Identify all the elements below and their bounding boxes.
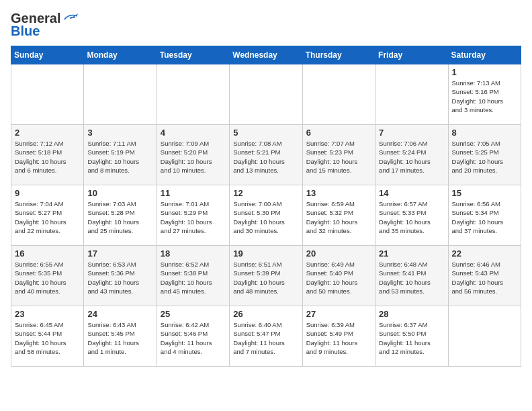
calendar-cell: 25Sunrise: 6:42 AM Sunset: 5:46 PM Dayli… (157, 306, 229, 367)
day-number: 21 (379, 248, 444, 259)
calendar-cell: 26Sunrise: 6:40 AM Sunset: 5:47 PM Dayli… (230, 306, 302, 367)
weekday-header-tuesday: Tuesday (157, 46, 229, 64)
day-info: Sunrise: 7:00 AM Sunset: 5:30 PM Dayligh… (233, 199, 298, 235)
day-info: Sunrise: 6:37 AM Sunset: 5:50 PM Dayligh… (379, 320, 444, 356)
calendar-cell (157, 64, 229, 125)
calendar-cell: 4Sunrise: 7:09 AM Sunset: 5:20 PM Daylig… (157, 125, 229, 185)
calendar-cell: 19Sunrise: 6:51 AM Sunset: 5:39 PM Dayli… (230, 246, 302, 306)
day-number: 14 (379, 188, 444, 198)
day-info: Sunrise: 6:51 AM Sunset: 5:39 PM Dayligh… (233, 260, 298, 295)
calendar-cell: 12Sunrise: 7:00 AM Sunset: 5:30 PM Dayli… (230, 185, 302, 246)
day-number: 2 (15, 128, 80, 138)
day-number: 13 (306, 188, 371, 198)
calendar-week-row: 2Sunrise: 7:12 AM Sunset: 5:18 PM Daylig… (11, 125, 521, 185)
calendar-cell (230, 64, 302, 125)
day-number: 17 (87, 248, 152, 259)
day-number: 6 (306, 128, 371, 138)
day-info: Sunrise: 7:11 AM Sunset: 5:19 PM Dayligh… (87, 139, 152, 175)
day-info: Sunrise: 6:43 AM Sunset: 5:45 PM Dayligh… (87, 320, 152, 356)
day-number: 7 (379, 128, 444, 138)
weekday-header-row: SundayMondayTuesdayWednesdayThursdayFrid… (11, 46, 521, 64)
calendar-cell: 27Sunrise: 6:39 AM Sunset: 5:49 PM Dayli… (302, 306, 375, 367)
weekday-header-saturday: Saturday (448, 46, 521, 64)
calendar-week-row: 16Sunrise: 6:55 AM Sunset: 5:35 PM Dayli… (11, 246, 521, 306)
day-number: 25 (161, 309, 226, 319)
day-info: Sunrise: 7:09 AM Sunset: 5:20 PM Dayligh… (161, 139, 226, 175)
calendar-cell: 7Sunrise: 7:06 AM Sunset: 5:24 PM Daylig… (375, 125, 448, 185)
calendar-week-row: 9Sunrise: 7:04 AM Sunset: 5:27 PM Daylig… (11, 185, 521, 246)
calendar-cell: 23Sunrise: 6:45 AM Sunset: 5:44 PM Dayli… (11, 306, 84, 367)
day-info: Sunrise: 6:56 AM Sunset: 5:34 PM Dayligh… (452, 199, 517, 235)
day-info: Sunrise: 6:48 AM Sunset: 5:41 PM Dayligh… (379, 260, 444, 295)
calendar-week-row: 1Sunrise: 7:13 AM Sunset: 5:16 PM Daylig… (11, 64, 521, 125)
weekday-header-wednesday: Wednesday (230, 46, 302, 64)
weekday-header-monday: Monday (84, 46, 157, 64)
calendar-cell: 20Sunrise: 6:49 AM Sunset: 5:40 PM Dayli… (302, 246, 375, 306)
day-info: Sunrise: 6:53 AM Sunset: 5:36 PM Dayligh… (87, 260, 152, 295)
day-number: 27 (306, 309, 371, 319)
calendar-cell: 6Sunrise: 7:07 AM Sunset: 5:23 PM Daylig… (302, 125, 375, 185)
day-info: Sunrise: 6:46 AM Sunset: 5:43 PM Dayligh… (452, 260, 517, 295)
day-info: Sunrise: 7:03 AM Sunset: 5:28 PM Dayligh… (87, 199, 152, 235)
weekday-header-sunday: Sunday (11, 46, 84, 64)
logo: General Blue (11, 11, 78, 39)
day-info: Sunrise: 7:12 AM Sunset: 5:18 PM Dayligh… (15, 139, 80, 175)
calendar-week-row: 23Sunrise: 6:45 AM Sunset: 5:44 PM Dayli… (11, 306, 521, 367)
day-info: Sunrise: 7:07 AM Sunset: 5:23 PM Dayligh… (306, 139, 371, 175)
calendar-cell: 18Sunrise: 6:52 AM Sunset: 5:38 PM Dayli… (157, 246, 229, 306)
calendar-cell: 11Sunrise: 7:01 AM Sunset: 5:29 PM Dayli… (157, 185, 229, 246)
day-number: 11 (161, 188, 226, 198)
calendar-cell: 10Sunrise: 7:03 AM Sunset: 5:28 PM Dayli… (84, 185, 157, 246)
calendar-cell: 9Sunrise: 7:04 AM Sunset: 5:27 PM Daylig… (11, 185, 84, 246)
day-info: Sunrise: 7:13 AM Sunset: 5:16 PM Dayligh… (452, 79, 517, 114)
day-info: Sunrise: 7:06 AM Sunset: 5:24 PM Dayligh… (379, 139, 444, 175)
day-info: Sunrise: 6:39 AM Sunset: 5:49 PM Dayligh… (306, 320, 371, 356)
calendar-cell: 5Sunrise: 7:08 AM Sunset: 5:21 PM Daylig… (230, 125, 302, 185)
calendar-cell: 21Sunrise: 6:48 AM Sunset: 5:41 PM Dayli… (375, 246, 448, 306)
day-info: Sunrise: 7:08 AM Sunset: 5:21 PM Dayligh… (233, 139, 298, 175)
day-info: Sunrise: 6:40 AM Sunset: 5:47 PM Dayligh… (233, 320, 298, 356)
day-number: 23 (15, 309, 80, 319)
day-info: Sunrise: 6:59 AM Sunset: 5:32 PM Dayligh… (306, 199, 371, 235)
weekday-header-thursday: Thursday (302, 46, 375, 64)
day-info: Sunrise: 7:05 AM Sunset: 5:25 PM Dayligh… (452, 139, 517, 175)
calendar-cell: 22Sunrise: 6:46 AM Sunset: 5:43 PM Dayli… (448, 246, 521, 306)
calendar-table: SundayMondayTuesdayWednesdayThursdayFrid… (11, 46, 521, 367)
day-number: 1 (452, 67, 517, 77)
day-number: 5 (233, 128, 298, 138)
day-number: 18 (161, 248, 226, 259)
weekday-header-friday: Friday (375, 46, 448, 64)
day-number: 19 (233, 248, 298, 259)
logo-bird-icon (63, 13, 78, 25)
calendar-cell (11, 64, 84, 125)
calendar-cell: 17Sunrise: 6:53 AM Sunset: 5:36 PM Dayli… (84, 246, 157, 306)
logo-blue-text: Blue (11, 24, 40, 39)
calendar-cell: 8Sunrise: 7:05 AM Sunset: 5:25 PM Daylig… (448, 125, 521, 185)
calendar-cell (375, 64, 448, 125)
calendar-cell: 13Sunrise: 6:59 AM Sunset: 5:32 PM Dayli… (302, 185, 375, 246)
day-info: Sunrise: 6:55 AM Sunset: 5:35 PM Dayligh… (15, 260, 80, 295)
day-number: 12 (233, 188, 298, 198)
day-number: 8 (452, 128, 517, 138)
day-number: 20 (306, 248, 371, 259)
day-number: 4 (161, 128, 226, 138)
day-number: 16 (15, 248, 80, 259)
calendar-cell: 14Sunrise: 6:57 AM Sunset: 5:33 PM Dayli… (375, 185, 448, 246)
calendar-cell: 1Sunrise: 7:13 AM Sunset: 5:16 PM Daylig… (448, 64, 521, 125)
calendar-cell (302, 64, 375, 125)
day-info: Sunrise: 6:57 AM Sunset: 5:33 PM Dayligh… (379, 199, 444, 235)
day-info: Sunrise: 7:04 AM Sunset: 5:27 PM Dayligh… (15, 199, 80, 235)
page-header: General Blue (11, 11, 521, 39)
day-info: Sunrise: 7:01 AM Sunset: 5:29 PM Dayligh… (161, 199, 226, 235)
day-number: 15 (452, 188, 517, 198)
day-number: 28 (379, 309, 444, 319)
calendar-cell (84, 64, 157, 125)
calendar-cell: 15Sunrise: 6:56 AM Sunset: 5:34 PM Dayli… (448, 185, 521, 246)
day-number: 26 (233, 309, 298, 319)
day-number: 10 (87, 188, 152, 198)
day-info: Sunrise: 6:42 AM Sunset: 5:46 PM Dayligh… (161, 320, 226, 356)
day-info: Sunrise: 6:45 AM Sunset: 5:44 PM Dayligh… (15, 320, 80, 356)
day-number: 3 (87, 128, 152, 138)
day-info: Sunrise: 6:49 AM Sunset: 5:40 PM Dayligh… (306, 260, 371, 295)
day-info: Sunrise: 6:52 AM Sunset: 5:38 PM Dayligh… (161, 260, 226, 295)
